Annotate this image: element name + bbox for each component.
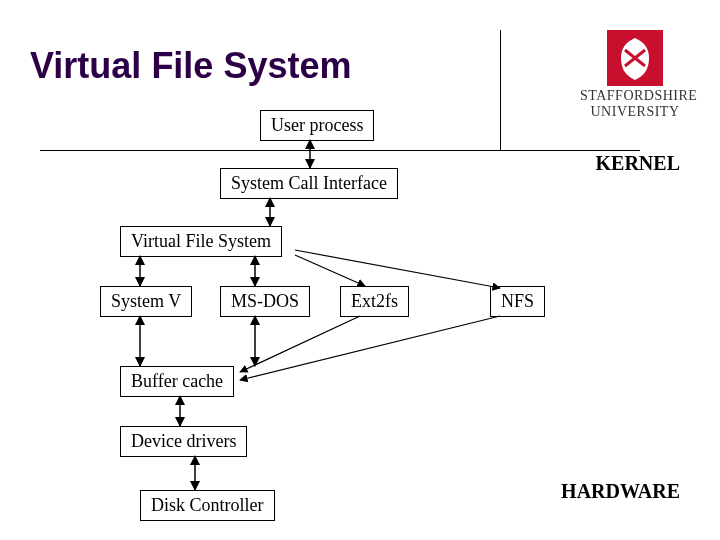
diagram-arrows (40, 110, 680, 530)
svg-line-10 (240, 316, 500, 380)
university-logo: STAFFORDSHIRE UNIVERSITY (580, 30, 690, 120)
vfs-diagram: KERNEL HARDWARE User process System Call… (40, 110, 680, 530)
svg-line-5 (295, 255, 365, 286)
svg-line-9 (240, 316, 360, 372)
logo-mark-icon (607, 30, 663, 86)
logo-line1: STAFFORDSHIRE (580, 88, 690, 104)
page-title: Virtual File System (30, 45, 351, 87)
